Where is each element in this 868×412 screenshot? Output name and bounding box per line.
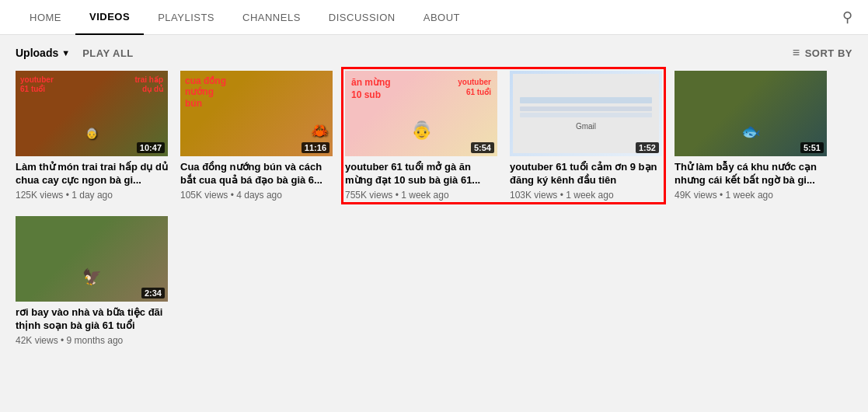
video-title: Cua đồng nướng bún và cách bắt cua quả b… bbox=[180, 161, 333, 187]
uploads-dropdown[interactable]: Uploads ▼ bbox=[16, 47, 70, 59]
video-card[interactable]: ăn mừng10 sub youtuber61 tuổi 👵 5:54yout… bbox=[345, 71, 497, 201]
video-card[interactable]: cua đồngnướngbún 🦀 11:16Cua đồng nướng b… bbox=[180, 71, 333, 201]
video-grid-row2: 🦅2:34rơi bay vào nhà và bữa tiệc đãi thị… bbox=[0, 216, 868, 361]
video-card[interactable]: 🦅2:34rơi bay vào nhà và bữa tiệc đãi thị… bbox=[16, 216, 168, 346]
duration-badge: 2:34 bbox=[141, 288, 165, 299]
video-title: youtuber 61 tuổi mở gà ăn mừng đạt 10 su… bbox=[345, 161, 497, 187]
nav-item-channels[interactable]: CHANNELS bbox=[228, 0, 315, 35]
search-icon[interactable]: ⚲ bbox=[842, 9, 852, 26]
video-card[interactable]: 🐟5:51Thử làm bẫy cá khu nước cạn nhưng c… bbox=[675, 71, 827, 201]
toolbar: Uploads ▼ PLAY ALL ≡ SORT BY bbox=[0, 35, 868, 71]
uploads-label: Uploads bbox=[16, 47, 58, 59]
nav-item-videos[interactable]: VIDEOS bbox=[75, 0, 144, 35]
nav-item-home[interactable]: HOME bbox=[16, 0, 75, 35]
highlighted-selection: ăn mừng10 sub youtuber61 tuổi 👵 5:54yout… bbox=[345, 71, 662, 201]
play-all-button[interactable]: PLAY ALL bbox=[82, 47, 134, 59]
duration-badge: 10:47 bbox=[137, 142, 165, 153]
video-title: Làm thử món trai trai hấp dụ dủ chua cay… bbox=[16, 161, 168, 187]
video-grid: youtuber61 tuổi trai hấpdụ dủ 👵 10:47Làm… bbox=[0, 71, 868, 216]
chevron-down-icon: ▼ bbox=[61, 48, 70, 58]
video-meta: 105K views • 4 days ago bbox=[180, 190, 333, 201]
duration-badge: 1:52 bbox=[636, 142, 659, 153]
navigation: HOME VIDEOS PLAYLISTS CHANNELS DISCUSSIO… bbox=[0, 0, 868, 35]
video-meta: 49K views • 1 week ago bbox=[675, 190, 827, 201]
video-title: rơi bay vào nhà và bữa tiệc đãi thịnh so… bbox=[16, 306, 168, 333]
video-meta: 103K views • 1 week ago bbox=[510, 190, 662, 201]
video-card[interactable]: youtuber61 tuổi trai hấpdụ dủ 👵 10:47Làm… bbox=[16, 71, 168, 201]
video-title: Thử làm bẫy cá khu nước cạn nhưng cái kế… bbox=[675, 161, 827, 187]
video-title: youtuber 61 tuổi cảm ơn 9 bạn đăng ký kê… bbox=[510, 161, 662, 187]
nav-item-about[interactable]: ABOUT bbox=[410, 0, 474, 35]
sort-by-label: SORT BY bbox=[805, 47, 852, 59]
duration-badge: 11:16 bbox=[302, 142, 329, 153]
video-meta: 42K views • 9 months ago bbox=[16, 335, 168, 346]
nav-item-discussion[interactable]: DISCUSSION bbox=[315, 0, 410, 35]
sort-icon: ≡ bbox=[793, 46, 800, 60]
video-meta: 125K views • 1 day ago bbox=[16, 190, 168, 201]
duration-badge: 5:51 bbox=[800, 142, 824, 153]
video-card[interactable]: Gmail 1:52youtuber 61 tuổi cảm ơn 9 bạn … bbox=[510, 71, 662, 201]
nav-item-playlists[interactable]: PLAYLISTS bbox=[144, 0, 228, 35]
duration-badge: 5:54 bbox=[471, 142, 494, 153]
sort-by-button[interactable]: ≡ SORT BY bbox=[793, 46, 852, 60]
video-meta: 755K views • 1 week ago bbox=[345, 190, 497, 201]
